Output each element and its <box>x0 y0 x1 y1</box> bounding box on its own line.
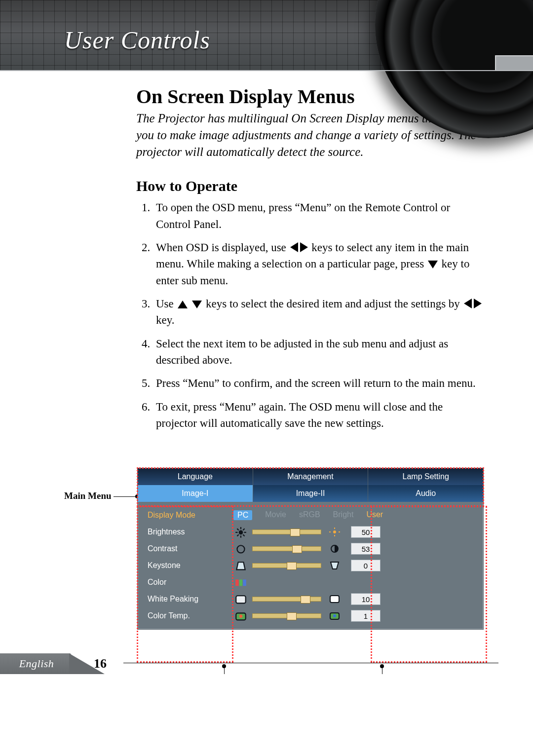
svg-line-6 <box>243 535 244 536</box>
white-peaking-value: 10 <box>351 593 381 605</box>
tab-row-bottom: Image-I Image-II Audio <box>138 485 483 502</box>
mode-pc[interactable]: PC <box>233 510 252 520</box>
header-corner-block <box>495 55 533 70</box>
step-2: When OSD is displayed, use keys to selec… <box>153 239 485 289</box>
left-arrow-icon <box>464 299 472 308</box>
tab-lamp-setting[interactable]: Lamp Setting <box>368 468 483 485</box>
svg-rect-22 <box>330 596 339 603</box>
osd-body: Display Mode PC Movie sRGB Bright User B… <box>138 502 483 629</box>
up-arrow-icon <box>178 301 188 308</box>
row-brightness[interactable]: Brightness 50 <box>148 524 478 540</box>
svg-rect-21 <box>236 596 245 604</box>
brightness-value: 50 <box>351 526 381 538</box>
step-5: Press “Menu” to confirm, and the screen … <box>153 375 485 391</box>
svg-point-0 <box>239 530 243 535</box>
down-arrow-icon <box>428 261 438 268</box>
svg-rect-19 <box>239 580 242 586</box>
footer-rule <box>123 663 498 663</box>
left-arrow-icon <box>290 242 298 252</box>
section-title: User Controls <box>64 26 210 54</box>
svg-marker-17 <box>331 562 339 569</box>
tab-management[interactable]: Management <box>253 468 368 485</box>
tab-image-2[interactable]: Image-II <box>253 485 368 502</box>
brightness-minus-icon <box>234 527 247 537</box>
mode-user[interactable]: User <box>366 510 383 520</box>
step-3: Use keys to select the desired item and … <box>153 296 485 329</box>
step-1: To open the OSD menu, press “Menu” on th… <box>153 199 485 232</box>
svg-point-9 <box>333 530 336 533</box>
page-header: User Controls <box>0 0 533 70</box>
svg-line-8 <box>237 535 238 536</box>
tab-image-1[interactable]: Image-I <box>138 485 253 502</box>
color-temp-value: 1 <box>351 610 381 622</box>
osd-panel: Language Management Lamp Setting Image-I… <box>137 468 484 630</box>
svg-point-14 <box>237 546 244 553</box>
brightness-plus-icon <box>329 528 340 536</box>
svg-point-26 <box>333 614 336 617</box>
svg-line-5 <box>237 529 238 530</box>
tab-audio[interactable]: Audio <box>368 485 483 502</box>
svg-rect-20 <box>243 580 246 586</box>
step-6: To exit, press “Menu” again. The OSD men… <box>153 399 485 432</box>
osd-diagram: Main Menu Language Management Lamp Setti… <box>64 468 498 630</box>
row-keystone[interactable]: Keystone 0 <box>148 557 478 574</box>
svg-point-24 <box>239 615 242 618</box>
steps-list: To open the OSD menu, press “Menu” on th… <box>136 199 485 431</box>
svg-rect-18 <box>235 580 238 586</box>
main-menu-label: Main Menu <box>64 491 112 501</box>
header-underline <box>0 70 533 71</box>
mode-bright[interactable]: Bright <box>333 510 354 520</box>
tab-language[interactable]: Language <box>138 468 253 485</box>
row-white-peaking[interactable]: White Peaking 10 <box>148 591 478 607</box>
right-arrow-icon <box>474 299 482 308</box>
language-tab: English <box>0 653 73 674</box>
contrast-value: 53 <box>351 543 381 555</box>
right-arrow-icon <box>300 242 308 252</box>
row-display-mode[interactable]: Display Mode PC Movie sRGB Bright User <box>148 507 478 524</box>
contrast-high-icon <box>329 544 340 553</box>
page-number: 16 <box>94 656 107 671</box>
subsection-title: How to Operate <box>136 178 485 194</box>
svg-marker-16 <box>236 563 245 570</box>
mode-srgb[interactable]: sRGB <box>299 510 320 520</box>
contrast-low-icon <box>234 544 247 554</box>
keystone-value: 0 <box>351 560 381 571</box>
color-icon <box>234 577 247 587</box>
step-4: Select the next item to be adjusted in t… <box>153 336 485 369</box>
row-contrast[interactable]: Contrast 53 <box>148 540 478 557</box>
row-color-temp[interactable]: Color Temp. 1 <box>148 607 478 624</box>
white-peak-low-icon <box>234 594 247 604</box>
white-peak-high-icon <box>329 595 340 604</box>
down-arrow-icon <box>192 301 202 308</box>
keystone-wide-icon <box>329 561 340 570</box>
tab-row-top: Language Management Lamp Setting <box>138 468 483 485</box>
color-temp-warm-icon <box>234 611 247 621</box>
page-footer: English 16 <box>0 647 533 674</box>
row-color[interactable]: Color <box>148 574 478 591</box>
mode-movie[interactable]: Movie <box>265 510 286 520</box>
color-temp-cool-icon <box>329 611 340 620</box>
svg-line-7 <box>243 529 244 530</box>
keystone-narrow-icon <box>234 561 247 570</box>
